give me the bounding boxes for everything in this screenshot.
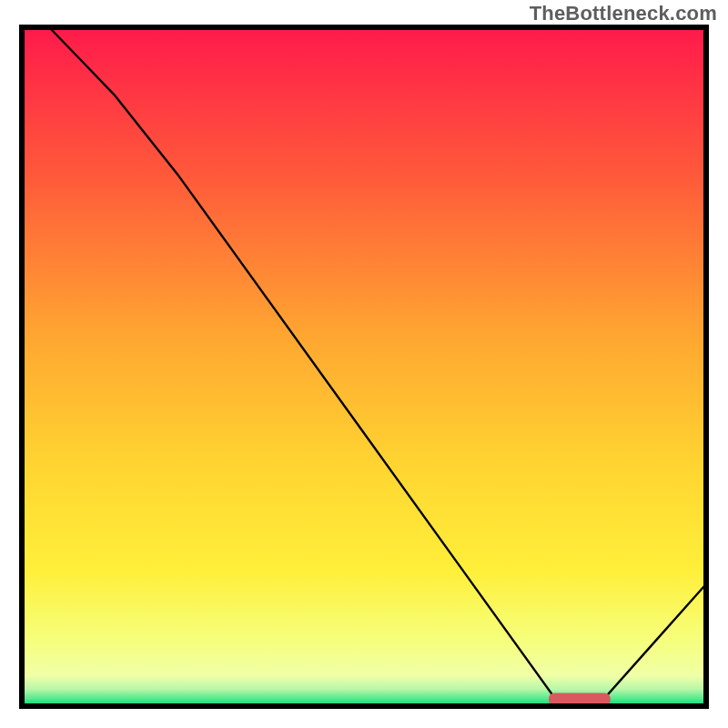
watermark-text: TheBottleneck.com: [530, 2, 717, 25]
plot-area: [22, 27, 706, 706]
plot-background: [22, 27, 706, 706]
chart-container: { "watermark": "TheBottleneck.com", "cha…: [0, 0, 728, 728]
bottleneck-chart: [0, 0, 728, 728]
